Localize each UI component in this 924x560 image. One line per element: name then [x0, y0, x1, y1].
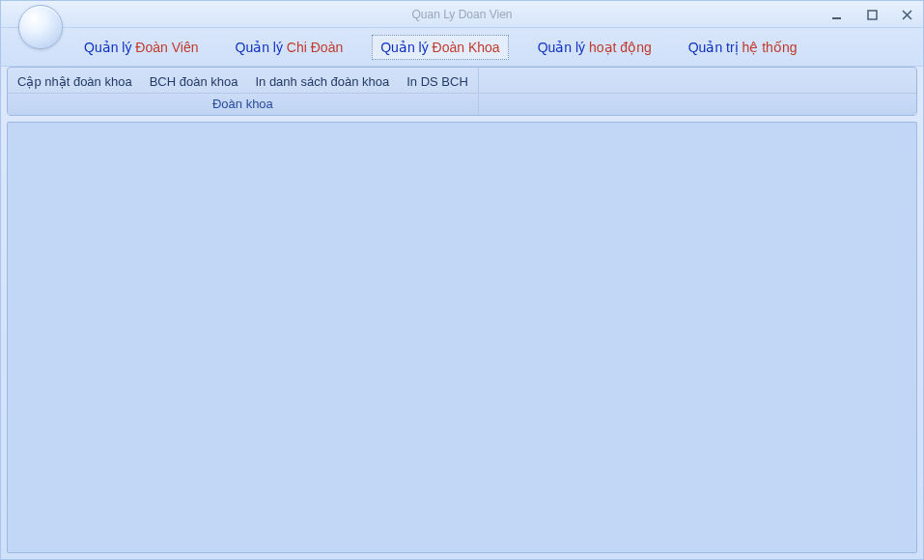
- menu-hoat-dong[interactable]: Quản lý hoạt động: [530, 36, 659, 59]
- ribbon-group-doan-khoa: Cập nhật đoàn khoa BCH đoàn khoa In danh…: [8, 68, 479, 115]
- app-window: Quan Ly Doan Vien Quản lý Đoàn Viên Quản…: [0, 0, 924, 560]
- window-controls: [828, 1, 915, 28]
- menu-doan-vien[interactable]: Quản lý Đoàn Viên: [76, 36, 207, 59]
- menu-chi-doan[interactable]: Quản lý Chi Đoàn: [228, 36, 351, 59]
- ribbon-btn-bch-doan-khoa[interactable]: BCH đoàn khoa: [146, 72, 242, 91]
- content-container: [1, 122, 923, 559]
- ribbon-btn-cap-nhat-doan-khoa[interactable]: Cập nhật đoàn khoa: [14, 72, 136, 91]
- minimize-button[interactable]: [828, 6, 846, 23]
- svg-rect-1: [868, 11, 877, 19]
- ribbon: Cập nhật đoàn khoa BCH đoàn khoa In danh…: [7, 67, 917, 116]
- content-area: [7, 122, 917, 553]
- ribbon-container: Cập nhật đoàn khoa BCH đoàn khoa In danh…: [1, 67, 923, 122]
- menu-he-thong[interactable]: Quản trị hệ thống: [681, 36, 805, 59]
- window-title: Quan Ly Doan Vien: [411, 8, 512, 21]
- main-menubar: Quản lý Đoàn Viên Quản lý Chi Đoàn Quản …: [1, 28, 923, 67]
- ribbon-items: Cập nhật đoàn khoa BCH đoàn khoa In danh…: [8, 68, 478, 93]
- ribbon-btn-in-danh-sach-doan-khoa[interactable]: In danh sách đoàn khoa: [251, 72, 393, 91]
- ribbon-btn-in-ds-bch[interactable]: In DS BCH: [403, 72, 472, 91]
- close-button[interactable]: [898, 6, 915, 23]
- menu-doan-khoa[interactable]: Quản lý Đoàn Khoa: [372, 35, 508, 60]
- app-orb-icon[interactable]: [18, 5, 63, 49]
- ribbon-group-label: Đoàn khoa: [8, 93, 478, 115]
- svg-rect-0: [832, 17, 841, 19]
- maximize-button[interactable]: [863, 6, 881, 23]
- ribbon-group-empty: [479, 68, 916, 115]
- titlebar: Quan Ly Doan Vien: [1, 1, 923, 28]
